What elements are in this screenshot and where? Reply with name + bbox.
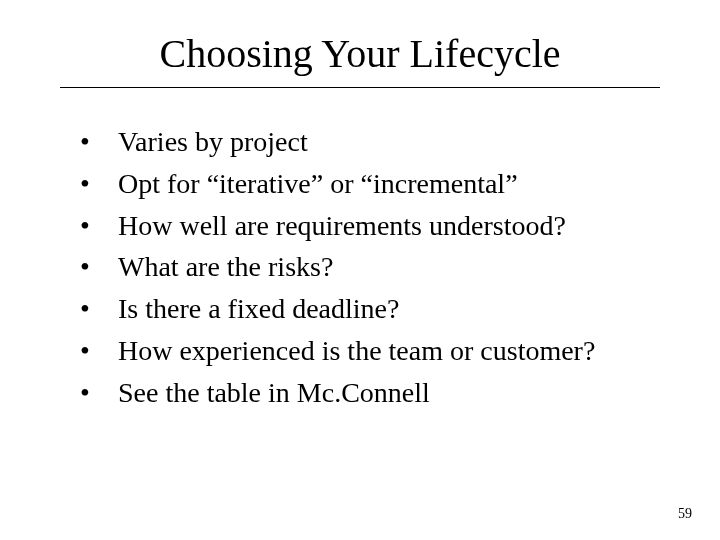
list-item: See the table in Mc.Connell [80, 374, 670, 412]
bullet-list: Varies by project Opt for “iterative” or… [50, 123, 670, 412]
list-item: How experienced is the team or customer? [80, 332, 670, 370]
slide: Choosing Your Lifecycle Varies by projec… [0, 0, 720, 540]
list-item: What are the risks? [80, 248, 670, 286]
list-item: How well are requirements understood? [80, 207, 670, 245]
list-item: Varies by project [80, 123, 670, 161]
slide-title: Choosing Your Lifecycle [60, 30, 660, 88]
list-item: Is there a fixed deadline? [80, 290, 670, 328]
page-number: 59 [678, 506, 692, 522]
list-item: Opt for “iterative” or “incremental” [80, 165, 670, 203]
